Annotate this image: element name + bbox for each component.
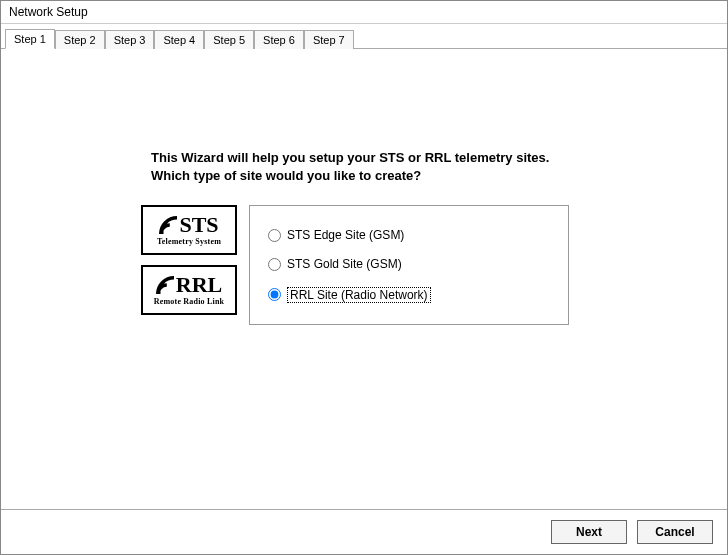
- radio-sts-edge[interactable]: [268, 229, 281, 242]
- rrl-logo-main: RRL: [156, 274, 222, 296]
- sts-logo: STS Telemetry System: [141, 205, 237, 255]
- option-sts-gold-label: STS Gold Site (GSM): [287, 257, 402, 271]
- radio-waves-icon: [156, 276, 174, 294]
- tab-step-6[interactable]: Step 6: [254, 30, 304, 49]
- option-sts-gold[interactable]: STS Gold Site (GSM): [268, 257, 550, 271]
- radio-waves-icon: [159, 216, 177, 234]
- wizard-heading-line1: This Wizard will help you setup your STS…: [151, 150, 549, 165]
- option-sts-edge-label: STS Edge Site (GSM): [287, 228, 404, 242]
- radio-rrl[interactable]: [268, 288, 281, 301]
- option-rrl[interactable]: RRL Site (Radio Network): [268, 287, 550, 303]
- wizard-footer: Next Cancel: [1, 509, 727, 554]
- option-sts-edge[interactable]: STS Edge Site (GSM): [268, 228, 550, 242]
- radio-sts-gold[interactable]: [268, 258, 281, 271]
- wizard-heading-line2: Which type of site would you like to cre…: [151, 168, 421, 183]
- window-title: Network Setup: [1, 1, 727, 24]
- tab-step-3[interactable]: Step 3: [105, 30, 155, 49]
- sts-logo-sub: Telemetry System: [157, 237, 221, 246]
- tab-step-7[interactable]: Step 7: [304, 30, 354, 49]
- site-type-options: STS Edge Site (GSM) STS Gold Site (GSM) …: [249, 205, 569, 325]
- tab-step-1[interactable]: Step 1: [5, 29, 55, 49]
- site-type-selection: STS Telemetry System RRL Remote Radio Li…: [141, 205, 707, 325]
- option-rrl-label: RRL Site (Radio Network): [287, 287, 431, 303]
- cancel-button[interactable]: Cancel: [637, 520, 713, 544]
- wizard-page-content: This Wizard will help you setup your STS…: [1, 49, 727, 509]
- rrl-logo: RRL Remote Radio Link: [141, 265, 237, 315]
- rrl-logo-sub: Remote Radio Link: [154, 297, 225, 306]
- wizard-heading: This Wizard will help you setup your STS…: [151, 149, 707, 185]
- next-button[interactable]: Next: [551, 520, 627, 544]
- logo-column: STS Telemetry System RRL Remote Radio Li…: [141, 205, 237, 315]
- tab-step-4[interactable]: Step 4: [154, 30, 204, 49]
- network-setup-window: Network Setup Step 1 Step 2 Step 3 Step …: [0, 0, 728, 555]
- tab-step-5[interactable]: Step 5: [204, 30, 254, 49]
- tab-step-2[interactable]: Step 2: [55, 30, 105, 49]
- sts-logo-main: STS: [159, 214, 218, 236]
- wizard-tabstrip: Step 1 Step 2 Step 3 Step 4 Step 5 Step …: [1, 24, 727, 49]
